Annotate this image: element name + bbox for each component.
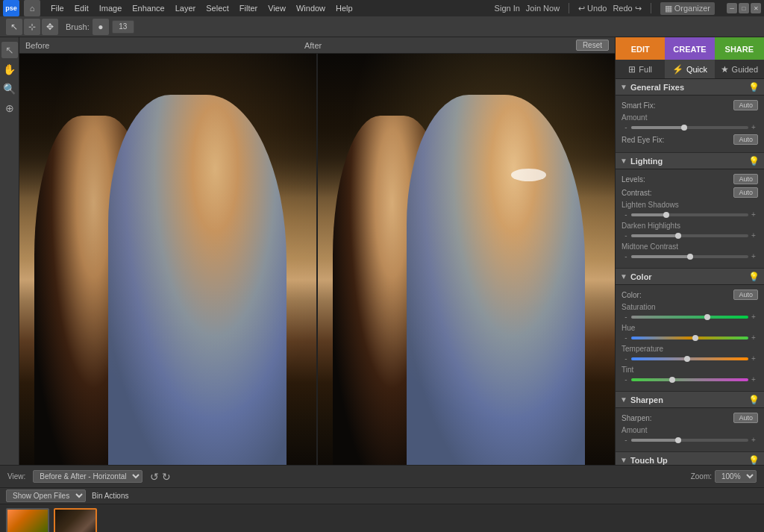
darken-highlights-slider-row: - + <box>621 231 758 240</box>
smart-fix-auto-button[interactable]: Auto <box>733 100 758 110</box>
tint-track[interactable] <box>631 378 748 381</box>
tool-button-3[interactable]: ✥ <box>42 19 58 35</box>
right-panel: EDIT CREATE SHARE ⊞ Full ⚡ Quick ★ Guide… <box>615 37 764 465</box>
tint-slider-row: - + <box>621 375 758 384</box>
main-layout: ↖ ✋ 🔍 ⊕ Before After Reset <box>0 37 764 465</box>
bin-thumbnail-people[interactable] <box>54 508 97 533</box>
left-tool-crop[interactable]: ⊕ <box>1 100 18 116</box>
bin-thumbnail-flowers[interactable] <box>6 508 49 533</box>
zoom-dropdown[interactable]: 100% <box>715 470 757 483</box>
menu-filter[interactable]: Filter <box>235 0 262 16</box>
lighting-info-icon[interactable]: 💡 <box>748 156 760 166</box>
left-tool-arrow[interactable]: ↖ <box>1 42 18 58</box>
redo-button[interactable]: Redo ↪ <box>613 4 641 13</box>
color-auto-button[interactable]: Auto <box>733 290 758 300</box>
menu-edit[interactable]: Edit <box>70 0 93 16</box>
minimize-button[interactable]: ─ <box>727 3 737 13</box>
general-fixes-header[interactable]: ▼ General Fixes 💡 <box>616 79 764 96</box>
edit-create-share-tabs: EDIT CREATE SHARE <box>616 37 764 60</box>
menu-layer[interactable]: Layer <box>171 0 201 16</box>
lighten-shadows-slider-row: - + <box>621 210 758 219</box>
general-fixes-info-icon[interactable]: 💡 <box>748 82 760 93</box>
sharpen-header[interactable]: ▼ Sharpen 💡 <box>616 392 764 408</box>
touch-up-header[interactable]: ▼ Touch Up 💡 <box>616 452 764 465</box>
contrast-auto-button[interactable]: Auto <box>733 187 758 198</box>
restore-button[interactable]: □ <box>739 3 749 13</box>
levels-label: Levels: <box>621 175 681 184</box>
menu-window[interactable]: Window <box>292 0 330 16</box>
show-open-files-dropdown[interactable]: Show Open Files <box>6 489 86 502</box>
bin-thumb-flowers-img <box>7 510 48 533</box>
bin-actions-button[interactable]: Bin Actions <box>92 492 128 500</box>
brush-size-input[interactable] <box>112 20 134 34</box>
tool-button-2[interactable]: ⊹ <box>24 19 40 35</box>
tab-share[interactable]: SHARE <box>715 37 764 60</box>
temperature-track[interactable] <box>631 357 748 360</box>
bin-content <box>0 504 764 532</box>
rotate-left-icon[interactable]: ↺ <box>150 471 159 483</box>
panel-content: ▼ General Fixes 💡 Smart Fix: Auto Amount… <box>616 79 764 465</box>
hue-label: Hue <box>621 324 758 332</box>
color-header[interactable]: ▼ Color 💡 <box>616 269 764 285</box>
sharpen-info-icon[interactable]: 💡 <box>748 395 760 405</box>
hue-track[interactable] <box>631 337 748 339</box>
menu-view[interactable]: View <box>263 0 290 16</box>
saturation-track[interactable] <box>631 316 748 319</box>
tab-create[interactable]: CREATE <box>665 37 714 60</box>
menu-file[interactable]: File <box>46 0 69 16</box>
brush-picker[interactable]: ● <box>93 19 109 35</box>
color-info-icon[interactable]: 💡 <box>748 272 760 282</box>
reset-button[interactable]: Reset <box>576 40 609 51</box>
amount-slider-track[interactable] <box>631 126 748 129</box>
menu-select[interactable]: Select <box>201 0 234 16</box>
canvas-header: Before After Reset <box>19 37 615 54</box>
organizer-button[interactable]: ▦ Organizer <box>660 2 715 15</box>
red-eye-auto-button[interactable]: Auto <box>733 134 758 145</box>
lighten-shadows-track[interactable] <box>631 213 748 216</box>
zoom-area: Zoom: 100% <box>691 470 757 483</box>
saturation-slider-row: - + <box>621 313 758 321</box>
levels-auto-button[interactable]: Auto <box>733 174 758 184</box>
view-label: View: <box>7 472 25 481</box>
left-tool-zoom[interactable]: 🔍 <box>1 81 18 97</box>
tint-minus: - <box>623 375 629 384</box>
midtone-contrast-plus: + <box>751 252 757 260</box>
tab-edit[interactable]: EDIT <box>616 37 665 60</box>
menu-help[interactable]: Help <box>331 0 357 16</box>
hue-minus: - <box>623 334 629 342</box>
sub-tab-quick[interactable]: ⚡ Quick <box>665 60 714 78</box>
saturation-plus: + <box>751 313 757 321</box>
quick-icon: ⚡ <box>672 64 683 75</box>
undo-button[interactable]: ↩ Undo <box>578 4 607 13</box>
sharpen-auto-button[interactable]: Auto <box>733 413 758 423</box>
view-dropdown[interactable]: Before & After - Horizontal <box>33 470 143 483</box>
sharpen-row: Sharpen: Auto <box>621 413 758 423</box>
sub-tab-full[interactable]: ⊞ Full <box>616 60 665 78</box>
midtone-contrast-minus: - <box>623 252 629 260</box>
color-label: Color: <box>621 291 681 299</box>
touch-up-info-icon[interactable]: 💡 <box>748 455 760 466</box>
sign-in-link[interactable]: Sign In <box>495 4 520 13</box>
darken-highlights-track[interactable] <box>631 234 748 237</box>
canvas-images <box>19 54 615 465</box>
home-button[interactable]: ⌂ <box>24 0 40 16</box>
tool-button-1[interactable]: ↖ <box>6 19 22 35</box>
menu-image[interactable]: Image <box>95 0 127 16</box>
amount-slider-plus: + <box>751 123 757 131</box>
redo-icon: ↪ <box>635 4 642 13</box>
sub-tab-guided[interactable]: ★ Guided <box>715 60 764 78</box>
join-now-link[interactable]: Join Now <box>526 4 560 13</box>
window-controls: ─ □ ✕ <box>727 3 761 13</box>
midtone-contrast-track[interactable] <box>631 255 748 258</box>
before-pane <box>19 54 316 465</box>
red-eye-label: Red Eye Fix: <box>621 136 681 144</box>
general-fixes-body: Smart Fix: Auto Amount - + Red Eye Fix: … <box>616 96 764 153</box>
rotate-right-icon[interactable]: ↻ <box>162 471 171 483</box>
sharpen-amount-track[interactable] <box>631 439 748 442</box>
left-tool-hand[interactable]: ✋ <box>1 61 18 78</box>
general-fixes-arrow: ▼ <box>620 83 627 91</box>
menu-enhance[interactable]: Enhance <box>128 0 169 16</box>
color-row: Color: Auto <box>621 290 758 300</box>
close-button[interactable]: ✕ <box>751 3 761 13</box>
lighting-header[interactable]: ▼ Lighting 💡 <box>616 153 764 169</box>
